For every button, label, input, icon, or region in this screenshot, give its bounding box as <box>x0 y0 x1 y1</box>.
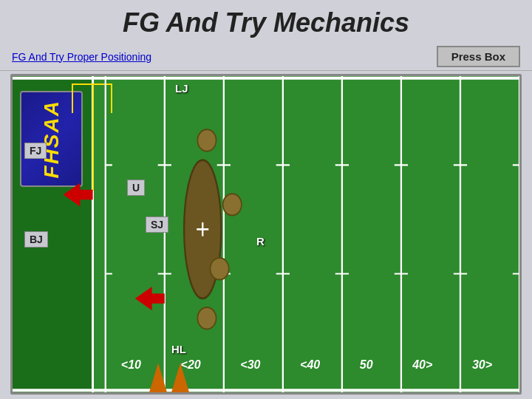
yard-num-10: <10 <box>121 358 141 372</box>
official-lj: LJ <box>175 82 188 95</box>
official-fj: FJ <box>24 143 47 159</box>
page-title: FG And Try Mechanics <box>0 7 532 38</box>
yard-num-50: 50 <box>360 358 373 372</box>
official-sj: SJ <box>146 216 168 233</box>
yard-num-40: <40 <box>300 358 320 372</box>
svg-point-25 <box>197 129 216 151</box>
nav-link-positioning[interactable]: FG And Try Proper Positioning <box>12 51 151 63</box>
title-bar: FG And Try Mechanics <box>0 0 532 43</box>
football-field: FHSAA <box>10 74 522 395</box>
official-bj: BJ <box>24 231 48 248</box>
page: FG And Try Mechanics FG And Try Proper P… <box>0 0 532 399</box>
official-u: U <box>127 180 145 196</box>
press-box-button[interactable]: Press Box <box>437 46 520 67</box>
nav-bar: FG And Try Proper Positioning Press Box <box>0 43 532 71</box>
svg-marker-31 <box>64 183 93 206</box>
svg-point-27 <box>211 258 229 279</box>
main-content: FHSAA <box>0 71 532 399</box>
yard-num-30r: 30> <box>472 358 492 372</box>
yard-num-40r: 40> <box>412 358 432 372</box>
official-r: R <box>256 235 265 248</box>
pennant-left <box>149 363 167 392</box>
pennant-right <box>171 363 189 392</box>
official-hl: HL <box>171 343 186 355</box>
field-markings <box>13 76 519 392</box>
svg-point-26 <box>223 194 242 215</box>
yard-num-30: <30 <box>240 358 260 372</box>
svg-marker-32 <box>135 287 165 310</box>
svg-point-28 <box>197 307 216 329</box>
